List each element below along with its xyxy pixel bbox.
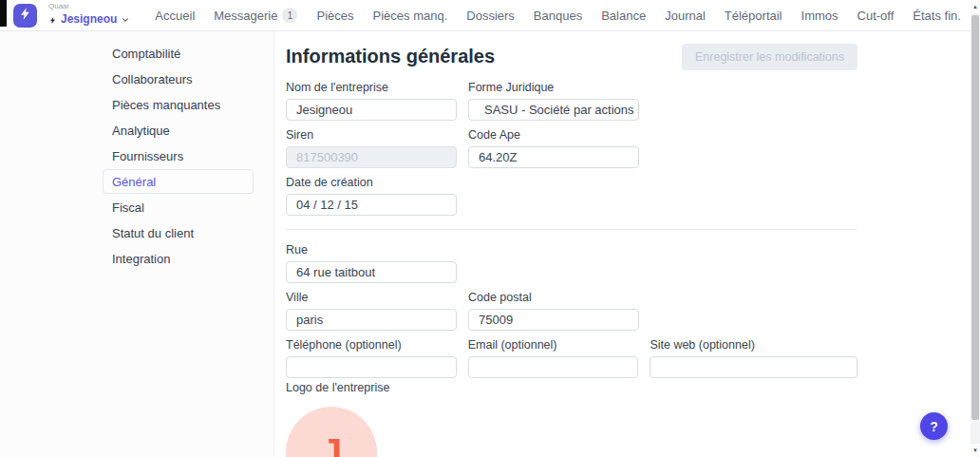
phone-field[interactable]	[286, 356, 457, 378]
scroll-down-arrow[interactable]: ▼	[971, 444, 980, 457]
company-switcher[interactable]: Quaal Jesigneou	[48, 3, 130, 28]
settings-sidebar: Comptabilité Collaborateurs Pièces manqu…	[0, 31, 273, 457]
nav-accueil[interactable]: Accueil	[155, 0, 195, 30]
code-ape-label: Code Ape	[468, 128, 639, 142]
siren-field	[286, 146, 457, 168]
company-name-label: Nom de l'entreprise	[286, 81, 457, 94]
sidebar-item-fournisseurs[interactable]: Fournisseurs	[103, 143, 254, 168]
email-label: Email (optionnel)	[468, 338, 639, 352]
phone-label: Téléphone (optionnel)	[286, 338, 457, 352]
nav-cutoff[interactable]: Cut-off	[858, 0, 895, 30]
nav-dossiers[interactable]: Dossiers	[466, 0, 515, 30]
vertical-scrollbar[interactable]: ▲ ▼	[971, 0, 980, 457]
legal-form-select[interactable]: SASU - Société par actions simpli...	[468, 99, 639, 121]
company-initial: J	[321, 431, 342, 457]
email-field[interactable]	[468, 356, 639, 378]
sidebar-item-general[interactable]: Général	[103, 169, 254, 194]
street-label: Rue	[286, 243, 457, 257]
general-info-panel: Informations générales Enregistrer les m…	[273, 31, 980, 457]
scrollbar-thumb[interactable]	[971, 15, 979, 420]
sidebar-item-statut-client[interactable]: Statut du client	[103, 220, 254, 245]
siren-label: Siren	[286, 128, 457, 142]
sidebar-item-integration[interactable]: Integration	[103, 246, 254, 271]
code-ape-field[interactable]	[468, 146, 639, 168]
sidebar-item-pieces-manquantes[interactable]: Pièces manquantes	[103, 92, 254, 117]
nav-journal[interactable]: Journal	[665, 0, 706, 30]
city-field[interactable]	[286, 309, 457, 331]
help-button[interactable]: ?	[920, 412, 948, 440]
street-field[interactable]	[286, 261, 457, 283]
nav-immos[interactable]: Immos	[801, 0, 839, 30]
nav-balance[interactable]: Balance	[601, 0, 646, 30]
company-name-field[interactable]	[286, 99, 457, 121]
messagerie-count-badge: 1	[282, 8, 297, 23]
sidebar-item-comptabilite[interactable]: Comptabilité	[103, 41, 254, 66]
company-logo-avatar[interactable]: J	[286, 407, 377, 457]
save-button[interactable]: Enregistrer les modifications	[682, 44, 858, 70]
creation-date-label: Date de création	[286, 176, 457, 189]
sidebar-item-fiscal[interactable]: Fiscal	[103, 195, 254, 219]
section-divider	[286, 229, 858, 230]
account-name: Jesigneou	[61, 13, 117, 26]
nav-teleportail[interactable]: Téléportail	[725, 0, 782, 30]
scroll-up-arrow[interactable]: ▲	[971, 0, 980, 13]
app-logo[interactable]	[13, 4, 37, 28]
lightning-logo-icon	[18, 7, 32, 25]
nav-etats-fin[interactable]: États fin.	[913, 0, 961, 30]
company-logo-label: Logo de l'entreprise	[286, 381, 389, 394]
legal-form-label: Forme Juridique	[468, 81, 639, 94]
city-label: Ville	[286, 291, 457, 304]
nav-banques[interactable]: Banques	[534, 0, 582, 30]
chevron-down-icon	[121, 11, 130, 29]
org-label: Quaal	[48, 3, 130, 11]
main-nav: Accueil Messagerie 1 Pièces Pièces manq.…	[155, 0, 980, 30]
top-navigation-bar: Quaal Jesigneou Accueil Messagerie 1 Piè…	[0, 0, 980, 31]
nav-pieces-manq[interactable]: Pièces manq.	[373, 0, 448, 30]
nav-messagerie[interactable]: Messagerie 1	[214, 0, 297, 30]
sidebar-item-collaborateurs[interactable]: Collaborateurs	[103, 67, 254, 91]
nav-pieces[interactable]: Pièces	[316, 0, 353, 30]
website-field[interactable]	[650, 356, 858, 378]
corner-strip	[0, 0, 7, 27]
website-label: Site web (optionnel)	[650, 338, 858, 352]
postal-code-field[interactable]	[468, 309, 639, 331]
sidebar-item-analytique[interactable]: Analytique	[103, 118, 254, 143]
creation-date-field[interactable]	[286, 194, 457, 216]
postal-code-label: Code postal	[468, 291, 639, 304]
bolt-icon	[48, 11, 57, 29]
